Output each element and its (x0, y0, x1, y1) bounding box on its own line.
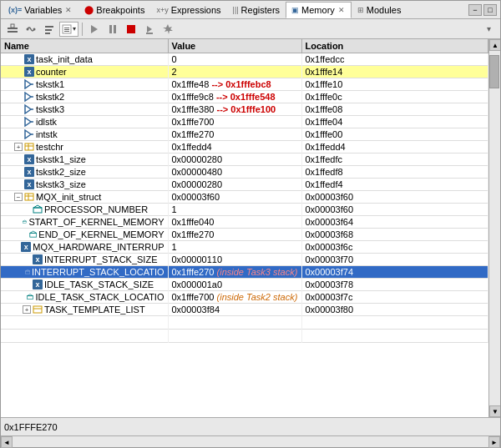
scroll-right-button[interactable]: ► (488, 436, 500, 448)
col-name-header[interactable]: Name (1, 39, 168, 53)
table-row[interactable]: + x MQX_HARDWARE_INTERRUP 1 0x00003f6c (1, 241, 488, 254)
table-row[interactable]: + PROCESSOR_NUMBER 1 0x00003f60 (1, 204, 488, 216)
scroll-up-button[interactable]: ▲ (489, 39, 500, 51)
expand-icon[interactable]: − (14, 193, 23, 201)
tab-modules-label: Modules (367, 5, 402, 15)
table-row[interactable]: + tskstk2 0x1fffe9c8 --> 0x1fffe548 0x1f… (1, 91, 488, 103)
vertical-scrollbar[interactable]: ▲ ▼ (488, 39, 500, 417)
svg-marker-21 (25, 93, 31, 101)
var-name: IDLE_TASK_STACK_LOCATIO (35, 292, 164, 302)
name-cell: + intstk (1, 128, 168, 141)
pause-button[interactable] (104, 21, 121, 38)
hscroll-track[interactable] (13, 436, 488, 447)
table-row[interactable]: + x task_init_data 0 0x1ffedcc (1, 53, 488, 66)
expand-icon[interactable]: + (23, 305, 31, 314)
resume-button[interactable] (86, 21, 103, 38)
var-name: MQX_HARDWARE_INTERRUP (33, 242, 164, 252)
location-cell: 0x00003f60 (301, 204, 488, 216)
step-in-button[interactable] (141, 21, 158, 38)
table-row-selected[interactable]: + INTERRUPT_STACK_LOCATIO 0x1fffe270 (in… (1, 266, 488, 279)
svg-rect-39 (30, 233, 37, 237)
table-row[interactable]: + intstk 0x1fffe270 0x1fffe00 (1, 128, 488, 141)
table-row[interactable]: + tskstk1 0x1fffe48 --> 0x1fffebc8 0x1ff… (1, 78, 488, 91)
var-name: START_OF_KERNEL_MEMORY (29, 217, 164, 227)
link-button[interactable] (23, 21, 39, 38)
location-cell: 0x00003f74 (301, 266, 488, 279)
var-name: INTERRUPT_STACK_SIZE (44, 254, 158, 264)
location-cell: 0x00003f64 (301, 216, 488, 229)
var-name: tskstk2 (36, 92, 64, 102)
variables-table-container[interactable]: Name Value Location + x task_ini (1, 39, 488, 417)
table-row[interactable]: + TASK_TEMPLATE_LIST 0x00003f84 0x00003f… (1, 304, 488, 316)
minimize-button[interactable]: − (468, 4, 482, 16)
table-row[interactable]: + testchr 0x1ffedd4 0x1ffedd4 (1, 141, 488, 154)
table-row[interactable]: + tskstk3 0x1fffe380 --> 0x1fffe100 0x1f… (1, 103, 488, 116)
arrow-annotation: --> 0x1fffe100 (217, 104, 276, 114)
expand-icon[interactable]: + (14, 143, 23, 151)
var-icon: x (24, 154, 34, 164)
debug-window: (x)= Variables ✕ ⬤ Breakpoints x+y Expre… (0, 0, 501, 448)
table-row[interactable]: + x INTERRUPT_STACK_SIZE 0x00000110 0x00… (1, 254, 488, 266)
tab-breakpoints-label: Breakpoints (96, 5, 144, 15)
tab-variables[interactable]: (x)= Variables ✕ (3, 2, 78, 18)
col-location-header[interactable]: Location (301, 39, 488, 53)
window-controls: − □ (468, 4, 498, 16)
close-variables-icon[interactable]: ✕ (64, 6, 73, 14)
value-cell: 0x00000280 (168, 154, 301, 166)
table-row[interactable]: + idlstk 0x1fffe700 0x1fffe04 (1, 116, 488, 128)
tab-breakpoints[interactable]: ⬤ Breakpoints (78, 2, 150, 18)
stop-button[interactable] (123, 21, 139, 38)
svg-marker-27 (25, 130, 31, 138)
collapse-all-button[interactable] (4, 21, 21, 38)
pointer-icon (24, 129, 34, 139)
value-cell: 0x00000280 (168, 179, 301, 191)
scroll-thumb[interactable] (489, 55, 499, 88)
svg-rect-29 (25, 143, 33, 150)
format-button[interactable] (41, 21, 58, 38)
table-row[interactable]: + x counter 2 0x1fffe14 (1, 66, 488, 78)
value-cell: 0x1ffedd4 (168, 141, 301, 154)
scroll-down-button[interactable]: ▼ (489, 405, 500, 417)
view-menu-button[interactable]: ▾ (480, 21, 497, 38)
svg-rect-2 (11, 24, 14, 28)
var-name: tskstk3 (36, 104, 64, 114)
name-cell: + x tskstk1_size (1, 154, 168, 166)
table-row[interactable]: + x tskstk2_size 0x00000480 0x1ffedf8 (1, 166, 488, 179)
scroll-left-button[interactable]: ◄ (1, 436, 13, 448)
tab-memory[interactable]: ▣ Memory ✕ (286, 2, 352, 18)
field-icon (25, 267, 30, 277)
table-row[interactable]: + x IDLE_TASK_STACK_SIZE 0x000001a0 0x00… (1, 279, 488, 291)
tab-expressions[interactable]: x+y Expressions (150, 2, 226, 18)
settings-button[interactable] (159, 21, 176, 38)
horizontal-scrollbar[interactable]: ◄ ► (1, 435, 500, 447)
scroll-track[interactable] (489, 51, 500, 405)
svg-rect-11 (64, 31, 69, 32)
table-row[interactable]: + END_OF_KERNEL_MEMORY 0x1fffe270 0x0000… (1, 229, 488, 241)
stack-note: (inside Task2 stack) (217, 292, 298, 302)
close-memory-icon[interactable]: ✕ (337, 6, 346, 14)
registers-icon: ||| (233, 6, 239, 14)
svg-rect-1 (8, 31, 18, 33)
tab-bar: (x)= Variables ✕ ⬤ Breakpoints x+y Expre… (1, 1, 500, 19)
col-value-header[interactable]: Value (168, 39, 301, 53)
svg-marker-42 (25, 269, 29, 271)
table-row[interactable]: + START_OF_KERNEL_MEMORY 0x1fffe040 0x00… (1, 216, 488, 229)
tab-modules[interactable]: ⊞ Modules (352, 2, 407, 18)
table-row[interactable]: + IDLE_TASK_STACK_LOCATIO 0x1fffe700 (in… (1, 291, 488, 304)
svg-rect-35 (33, 208, 42, 213)
tab-registers[interactable]: ||| Registers (227, 2, 286, 18)
view-dropdown[interactable]: ▾ (59, 22, 78, 37)
name-cell: − MQX_init_struct (1, 191, 168, 204)
table-row[interactable]: − MQX_init_struct 0x00003f60 0x00003f60 (1, 191, 488, 204)
table-row[interactable]: + x tskstk3_size 0x00000280 0x1ffedf4 (1, 179, 488, 191)
maximize-button[interactable]: □ (483, 4, 497, 16)
value-cell: 0x1fffe9c8 --> 0x1fffe548 (168, 91, 301, 103)
svg-marker-19 (25, 80, 31, 88)
value-cell: 0x00003f84 (168, 304, 301, 316)
svg-point-4 (33, 28, 36, 30)
name-cell: + x MQX_HARDWARE_INTERRUP (1, 241, 168, 254)
table-row[interactable]: + x tskstk1_size 0x00000280 0x1ffedfc (1, 154, 488, 166)
var-name: testchr (36, 142, 63, 152)
svg-marker-40 (30, 231, 37, 233)
svg-rect-10 (64, 29, 69, 30)
